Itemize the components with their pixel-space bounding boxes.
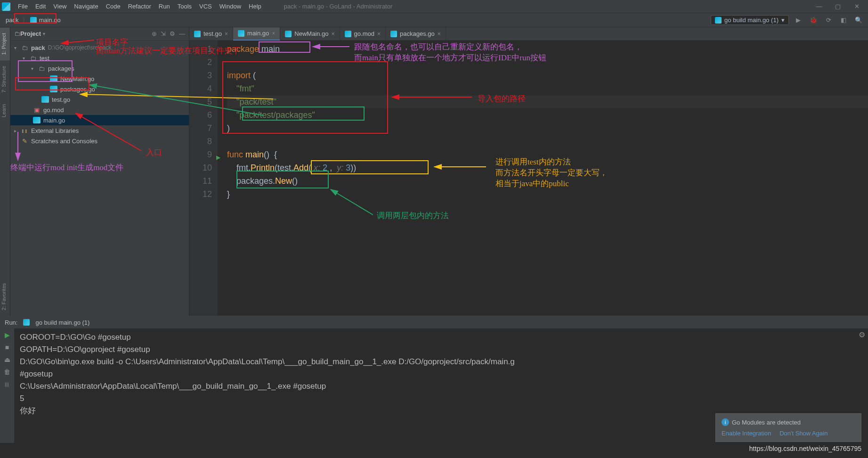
go-file-icon (30, 17, 37, 24)
coverage-button[interactable]: ⟳ (823, 15, 834, 26)
search-icon[interactable]: 🔍 (853, 15, 864, 26)
run-config-name: go build main.go (1) (35, 319, 89, 326)
trash-icon[interactable]: 🗑 (4, 368, 10, 376)
run-config-label: go build main.go (1) (724, 16, 779, 24)
run-button[interactable]: ▶ (793, 15, 804, 26)
close-icon[interactable]: × (377, 31, 381, 37)
project-panel: 🗀 Project ▾ ⊕ ⇲ ⚙ — ▾🗀packD:\GO\goprojec… (10, 27, 189, 316)
code-editor[interactable]: package main import ( "fmt" "pack/test" … (218, 41, 868, 316)
chevron-down-icon[interactable]: ▾ (43, 31, 45, 36)
navbar: pack 〉 main.go go build main.go (1) ▾ ▶ … (0, 13, 868, 27)
minimize-icon[interactable]: — (810, 3, 828, 10)
editor-area: test.go× main.go× NewMain.go× go.mod× pa… (189, 27, 868, 316)
run-tools: ▶ ■ ⏏ 🗑 ⫼ (0, 328, 14, 443)
breadcrumb-file[interactable]: main.go (37, 16, 62, 24)
maximize-icon[interactable]: ▢ (828, 3, 847, 10)
select-opened-icon[interactable]: ⊕ (152, 30, 157, 37)
close-icon[interactable]: × (272, 30, 275, 37)
sidebar-tab-favorites[interactable]: 2: Favorites (0, 278, 10, 316)
close-icon[interactable]: ✕ (847, 3, 866, 10)
layout-icon[interactable]: ⫼ (4, 380, 10, 388)
left-sidebar-tabs: 1: Project 7: Structure Learn 2: Favorit… (0, 27, 10, 316)
collapse-all-icon[interactable]: ⇲ (161, 30, 166, 37)
notif-enable-link[interactable]: Enable Integration (722, 430, 771, 437)
sidebar-tab-structure[interactable]: 7: Structure (0, 60, 10, 98)
folder-icon: 🗀 (14, 30, 20, 37)
go-file-icon (23, 319, 30, 326)
gutter: 12345678 9▶ 101112 (189, 41, 218, 316)
project-panel-title: Project (20, 30, 41, 37)
editor-tabs: test.go× main.go× NewMain.go× go.mod× pa… (189, 27, 868, 41)
menu-view[interactable]: View (49, 0, 70, 13)
tree-file-test-go[interactable]: test.go (10, 94, 189, 105)
menu-run[interactable]: Run (155, 0, 174, 13)
menu-navigate[interactable]: Navigate (70, 0, 102, 13)
hide-icon[interactable]: — (179, 30, 185, 37)
tree-external-libraries[interactable]: ▸⫾⫾External Libraries (10, 125, 189, 136)
chevron-down-icon: ▾ (781, 16, 785, 24)
rerun-icon[interactable]: ▶ (5, 331, 10, 339)
close-icon[interactable]: × (332, 31, 335, 37)
close-icon[interactable]: × (225, 31, 228, 37)
breadcrumb-root[interactable]: pack (4, 16, 20, 24)
menu-tools[interactable]: Tools (174, 0, 195, 13)
menu-edit[interactable]: Edit (32, 0, 49, 13)
tree-root[interactable]: ▾🗀packD:\GO\goproject\src\pack (10, 42, 189, 53)
sidebar-tab-learn[interactable]: Learn (0, 98, 10, 123)
stop-icon[interactable]: ■ (5, 344, 9, 351)
project-tree: ▾🗀packD:\GO\goproject\src\pack ▾🗀test ▾🗀… (10, 41, 189, 148)
notif-title: Go Modules are detected (732, 419, 801, 426)
menu-window[interactable]: Window (216, 0, 245, 13)
tree-file-packages-go[interactable]: packages.go (10, 84, 189, 94)
menu-refactor[interactable]: Refactor (124, 0, 155, 13)
close-icon[interactable]: × (438, 31, 441, 37)
breadcrumb-sep: 〉 (20, 16, 30, 25)
go-file-icon (715, 17, 722, 24)
tab-test-go[interactable]: test.go× (189, 27, 233, 41)
run-label: Run: (5, 319, 17, 326)
tab-packages-go[interactable]: packages.go× (386, 27, 446, 41)
tab-newmain-go[interactable]: NewMain.go× (280, 27, 340, 41)
menu-code[interactable]: Code (102, 0, 124, 13)
tab-go-mod[interactable]: go.mod× (340, 27, 386, 41)
menu-vcs[interactable]: VCS (195, 0, 216, 13)
gear-icon[interactable]: ⚙ (170, 30, 175, 37)
gear-icon[interactable]: ⚙ (859, 330, 865, 339)
tree-folder-packages[interactable]: ▾🗀packages (10, 63, 189, 74)
menu-file[interactable]: File (14, 0, 32, 13)
tree-file-newmain[interactable]: NewMain.go (10, 74, 189, 84)
profile-button[interactable]: ◧ (838, 15, 849, 26)
tree-folder-test[interactable]: ▾🗀test (10, 53, 189, 63)
run-config-selector[interactable]: go build main.go (1) ▾ (711, 15, 789, 25)
tree-file-gomod[interactable]: ▣go.mod (10, 105, 189, 115)
menubar: File Edit View Navigate Code Refactor Ru… (0, 0, 868, 13)
notif-dismiss-link[interactable]: Don't Show Again (779, 430, 827, 437)
notification-gomodules: iGo Modules are detected Enable Integrat… (715, 413, 861, 442)
tab-main-go[interactable]: main.go× (233, 27, 280, 41)
menu-help[interactable]: Help (245, 0, 265, 13)
watermark: https://blog.csdn.net/weixin_45765795 (749, 445, 861, 452)
app-logo-icon (2, 2, 10, 11)
tree-scratches[interactable]: ✎Scratches and Consoles (10, 136, 189, 146)
exit-icon[interactable]: ⏏ (4, 356, 10, 363)
sidebar-tab-project[interactable]: 1: Project (0, 27, 10, 60)
tree-file-main-go[interactable]: main.go (10, 115, 189, 125)
debug-button[interactable]: 🐞 (808, 15, 819, 26)
window-title: pack - main.go - GoLand - Administrator (284, 3, 393, 10)
info-icon: i (722, 418, 729, 426)
